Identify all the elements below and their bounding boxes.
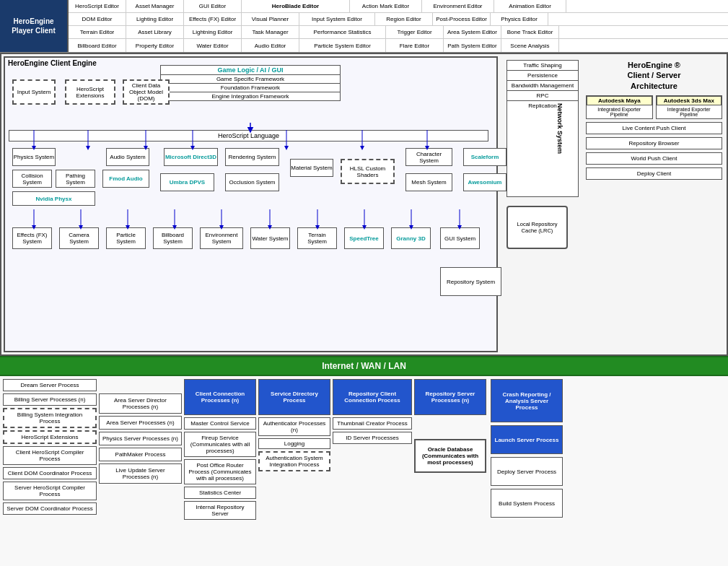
autodesk-maya-label: Autodesk Maya xyxy=(587,96,652,105)
toolbar-gui-editor[interactable]: GUI Editor xyxy=(184,0,242,12)
character-system: Character System xyxy=(405,148,452,166)
network-system-panel: Network System Traffic Shaping Persisten… xyxy=(506,60,579,197)
client-engine-label: HeroEngine Client Engine xyxy=(8,59,97,67)
billing-sys-int: Billing System Integration Process xyxy=(3,408,97,428)
toolbar-path-system-editor[interactable]: Path System Editor xyxy=(444,39,501,52)
toolbar-property-editor[interactable]: Property Editor xyxy=(126,39,184,52)
pathing-system: Pathing System xyxy=(56,170,95,188)
persistence: Persistence xyxy=(507,71,578,81)
heroscript-ext-server: HeroScript Extensions xyxy=(3,430,97,444)
toolbar: HeroEngine Player Client HeroScript Edit… xyxy=(0,0,728,53)
toolbar-lighting-editor[interactable]: Lighting Editor xyxy=(126,13,184,25)
stats-center: Statistics Center xyxy=(184,487,256,499)
autodesk-row: Autodesk Maya Integrated Exporter Pipeli… xyxy=(586,95,722,119)
fireup-service: Fireup Service (Communicates with all pr… xyxy=(184,432,256,457)
toolbar-heroblade-editor[interactable]: HeroBlade Editor xyxy=(242,0,350,12)
physics-server: Physics Server Processes (n) xyxy=(99,432,182,445)
traffic-shaping: Traffic Shaping xyxy=(507,61,578,71)
toolbar-flare-editor[interactable]: Flare Editor xyxy=(386,39,444,52)
hero-right-panel: HeroEngine ® Client / Server Architectur… xyxy=(584,56,724,352)
toolbar-physics-editor[interactable]: Physics Editor xyxy=(491,13,548,25)
toolbar-area-system-editor[interactable]: Area System Editor xyxy=(444,26,501,38)
speedtree: SpeedTree xyxy=(344,227,384,249)
mesh-system: Mesh System xyxy=(405,173,452,191)
toolbar-row-1: HeroScript Editor Asset Manager GUI Edit… xyxy=(69,0,728,13)
oracle-db: Oracle Database (Communicates with most … xyxy=(414,439,486,473)
hero-brand-arch: Architecture xyxy=(631,82,677,90)
toolbar-environment-editor[interactable]: Environment Editor xyxy=(422,0,494,12)
toolbar-region-editor[interactable]: Region Editor xyxy=(375,13,433,25)
toolbar-action-mark-editor[interactable]: Action Mark Editor xyxy=(350,0,422,12)
fmod-audio: Fmod Audio xyxy=(102,170,149,188)
rendering-system: Rendering System xyxy=(225,148,279,166)
internal-repo-server: Internal Repository Server xyxy=(184,501,256,520)
replication: Replication xyxy=(507,101,578,110)
live-update-server: Live Update Server Processes (n) xyxy=(99,463,182,484)
hlsl-shaders: HLSL Custom Shaders xyxy=(341,159,395,184)
repo-browser: Repository Browser xyxy=(586,137,722,149)
toolbar-water-editor[interactable]: Water Editor xyxy=(184,39,242,52)
autodesk-maya-panel: Autodesk Maya Integrated Exporter Pipeli… xyxy=(586,95,653,119)
3ds-exporter: Integrated Exporter Pipeline xyxy=(657,105,722,118)
toolbar-post-process-editor[interactable]: Post-Process Editor xyxy=(433,13,491,25)
logging: Logging xyxy=(258,438,330,449)
toolbar-scene-analysis[interactable]: Scene Analysis xyxy=(501,39,559,52)
toolbar-heroscript-editor[interactable]: HeroScript Editor xyxy=(69,0,126,12)
toolbar-row-3: Terrain Editor Asset Library Lightning E… xyxy=(69,26,728,39)
id-server: ID Server Processes xyxy=(333,432,412,444)
server-hero-compiler: Server HeroScript Compiler Process xyxy=(3,482,97,500)
heroscript-language: HeroScript Language xyxy=(9,130,488,142)
launch-server: Launch Server Process xyxy=(491,425,563,454)
auth-integration: Authentication System Integration Proces… xyxy=(258,451,330,471)
engine-integration-layer: Engine Integration Framework xyxy=(161,92,340,100)
billboard-system: Billboard System xyxy=(153,227,193,249)
rpc: RPC xyxy=(507,91,578,101)
service-dir: Service Directory Process xyxy=(258,379,330,415)
toolbar-asset-manager[interactable]: Asset Manager xyxy=(126,0,184,12)
client-hero-compiler: Client HeroScript Compiler Process xyxy=(3,446,97,465)
camera-system: Camera System xyxy=(59,227,99,249)
toolbar-dom-editor[interactable]: DOM Editor xyxy=(69,13,126,25)
client-dom-coord: Client DOM Coordinator Process xyxy=(3,467,97,479)
server-right-col: Crash Reporting / Analysis Server Proces… xyxy=(491,379,563,566)
gui-system: GUI System xyxy=(440,227,480,249)
umbra-dpvs: Umbra DPVS xyxy=(160,173,214,191)
toolbar-lightning-editor[interactable]: Lightning Editor xyxy=(184,26,242,38)
server-conn-col: Client Connection Processes (n) Master C… xyxy=(184,379,256,566)
toolbar-bone-track-editor[interactable]: Bone Track Editor xyxy=(501,26,559,38)
game-logic-label: Game Logic / AI / GUI xyxy=(161,66,340,74)
toolbar-row-4: Billboard Editor Property Editor Water E… xyxy=(69,39,728,52)
page-container: HeroEngine Player Client HeroScript Edit… xyxy=(0,0,728,566)
toolbar-task-manager[interactable]: Task Manager xyxy=(242,26,299,38)
toolbar-particle-system-editor[interactable]: Particle System Editor xyxy=(299,39,386,52)
toolbar-animation-editor[interactable]: Animation Editor xyxy=(494,0,566,12)
master-control: Master Control Service xyxy=(184,417,256,430)
world-push-client: World Push Client xyxy=(586,152,722,165)
toolbar-asset-library[interactable]: Asset Library xyxy=(126,26,184,38)
audio-system: Audio System xyxy=(106,148,149,166)
local-repo-cache: Local Repository Cache (LRC) xyxy=(506,206,568,249)
pathmaker: PathMaker Process xyxy=(99,448,182,461)
foundation-layer: Foundation Framework xyxy=(161,83,340,92)
hero-engine-logo: HeroEngine Player Client xyxy=(0,0,69,52)
toolbar-performance-statistics[interactable]: Performance Statistics xyxy=(299,26,386,38)
client-dom: Client Data Object Model (DOM) xyxy=(123,79,170,105)
toolbar-input-system-editor[interactable]: Input System Editor xyxy=(299,13,375,25)
toolbar-audio-editor[interactable]: Audio Editor xyxy=(242,39,299,52)
game-specific-layer: Game Specific Framework xyxy=(161,74,340,83)
toolbar-effects-editor[interactable]: Effects (FX) Editor xyxy=(184,13,242,25)
toolbar-terrain-editor[interactable]: Terrain Editor xyxy=(69,26,126,38)
toolbar-row-2: DOM Editor Lighting Editor Effects (FX) … xyxy=(69,13,728,26)
toolbar-billboard-editor[interactable]: Billboard Editor xyxy=(69,39,126,52)
repo-client-conn: Repository Client Connection Process xyxy=(333,379,412,415)
particle-system: Particle System xyxy=(106,227,146,249)
network-label: Network System xyxy=(556,103,563,154)
nvidia-physx: Nvidia Physx xyxy=(12,191,95,206)
internet-bar: Internet / WAN / LAN xyxy=(0,356,728,376)
server-dom-coord: Server DOM Coordinator Process xyxy=(3,502,97,515)
toolbar-trigger-editor[interactable]: Trigger Editor xyxy=(386,26,444,38)
hero-brand: HeroEngine ® Client / Server Architectur… xyxy=(586,58,722,92)
toolbar-rows: HeroScript Editor Asset Manager GUI Edit… xyxy=(69,0,728,52)
toolbar-visual-planner[interactable]: Visual Planner xyxy=(242,13,299,25)
thumbnail-creator: Thumbnail Creator Process xyxy=(333,417,412,430)
